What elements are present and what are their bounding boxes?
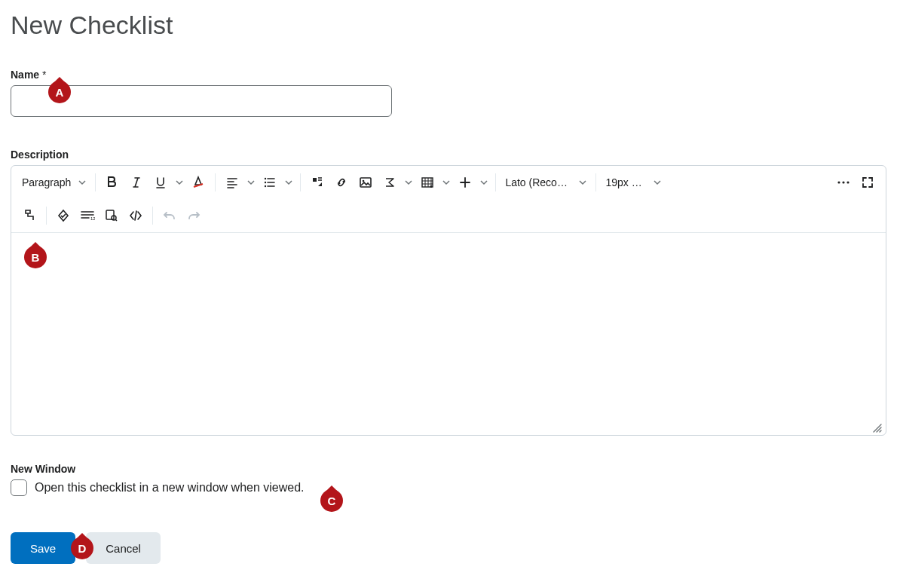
open-new-window-label: Open this checklist in a new window when…: [35, 481, 305, 495]
required-marker: *: [42, 69, 46, 81]
svg-rect-3: [360, 178, 371, 187]
link-button[interactable]: [329, 170, 354, 194]
align-dropdown[interactable]: [244, 170, 258, 194]
more-actions-button[interactable]: [831, 170, 856, 194]
svg-point-8: [846, 181, 849, 183]
name-label: Name *: [11, 69, 886, 81]
resize-handle-icon[interactable]: [871, 421, 883, 433]
format-painter-button[interactable]: [17, 204, 41, 228]
table-dropdown[interactable]: [439, 170, 453, 194]
name-field-block: Name *: [11, 69, 886, 117]
svg-point-2: [265, 185, 266, 187]
editor-toolbar: Paragraph: [11, 166, 886, 233]
text-color-button[interactable]: [186, 170, 210, 194]
open-new-window-checkbox[interactable]: [11, 479, 27, 496]
annotation-a: A: [48, 81, 71, 103]
fullscreen-button[interactable]: [856, 170, 880, 194]
toolbar-separator: [595, 173, 596, 191]
toolbar-separator: [495, 173, 496, 191]
undo-button[interactable]: [158, 204, 182, 228]
page-title: New Checklist: [11, 11, 886, 40]
chevron-down-icon: [654, 179, 661, 186]
equation-button[interactable]: [378, 170, 402, 194]
insert-more-button[interactable]: [453, 170, 477, 194]
svg-text:123: 123: [90, 216, 95, 221]
cancel-button[interactable]: Cancel: [86, 532, 161, 564]
chevron-down-icon: [579, 179, 586, 186]
bold-button[interactable]: [100, 170, 124, 194]
annotation-c: C: [320, 489, 343, 512]
description-label: Description: [11, 149, 886, 161]
description-field-block: Description Paragraph: [11, 149, 886, 436]
align-button[interactable]: [220, 170, 244, 194]
form-actions: Save Cancel: [11, 532, 886, 564]
equation-dropdown[interactable]: [402, 170, 415, 194]
word-count-button[interactable]: 123: [75, 204, 99, 228]
svg-point-1: [265, 182, 266, 183]
italic-button[interactable]: [124, 170, 148, 194]
rich-text-editor: Paragraph: [11, 165, 886, 436]
font-family-dropdown[interactable]: Lato (Recom…: [501, 170, 591, 194]
description-editor-area[interactable]: [11, 233, 886, 435]
list-button[interactable]: [258, 170, 282, 194]
svg-point-7: [842, 181, 844, 183]
svg-point-4: [363, 180, 365, 182]
underline-button[interactable]: [148, 170, 173, 194]
redo-button[interactable]: [182, 204, 206, 228]
table-button[interactable]: [415, 170, 439, 194]
toolbar-separator: [46, 207, 47, 225]
toolbar-separator: [95, 173, 96, 191]
svg-point-6: [837, 181, 840, 183]
new-window-heading: New Window: [11, 463, 886, 475]
annotation-d: D: [71, 537, 93, 559]
insert-more-dropdown[interactable]: [477, 170, 491, 194]
paragraph-style-dropdown[interactable]: Paragraph: [17, 170, 90, 194]
font-size-dropdown[interactable]: 19px …: [601, 170, 666, 194]
insert-stuff-button[interactable]: [305, 170, 329, 194]
toolbar-separator: [152, 207, 153, 225]
svg-point-0: [265, 178, 266, 179]
toolbar-separator: [215, 173, 216, 191]
underline-dropdown[interactable]: [173, 170, 186, 194]
svg-rect-10: [106, 210, 114, 219]
preview-button[interactable]: [99, 204, 124, 228]
chevron-down-icon: [78, 179, 86, 186]
source-code-button[interactable]: [124, 204, 148, 228]
save-button[interactable]: Save: [11, 532, 75, 564]
new-window-block: New Window Open this checklist in a new …: [11, 463, 886, 496]
list-dropdown[interactable]: [282, 170, 295, 194]
image-button[interactable]: [354, 170, 378, 194]
annotation-b: B: [24, 246, 47, 268]
accessibility-checker-button[interactable]: [51, 204, 75, 228]
toolbar-separator: [300, 173, 301, 191]
